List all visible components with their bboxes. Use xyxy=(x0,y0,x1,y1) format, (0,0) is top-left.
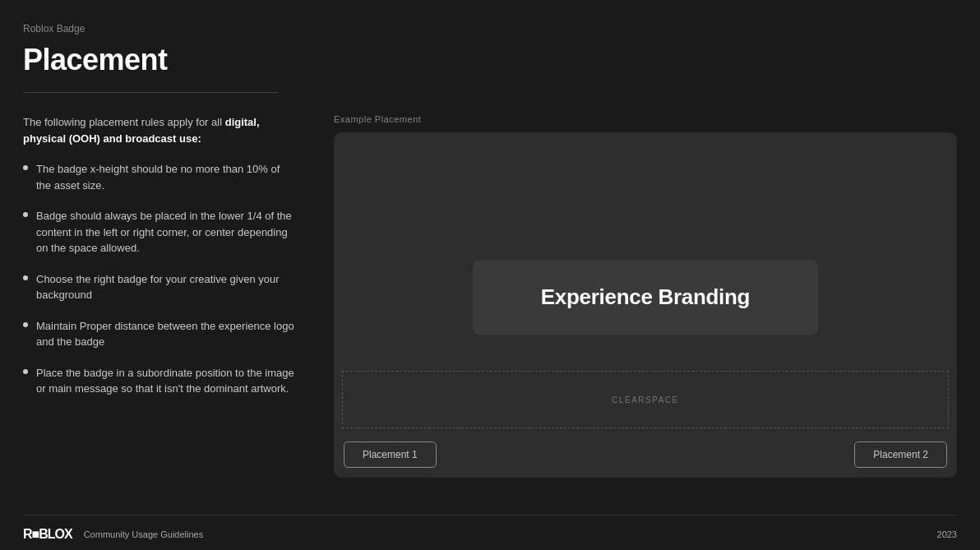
bullet-dot xyxy=(23,369,28,374)
breadcrumb: Roblox Badge xyxy=(23,23,957,35)
footer-year: 2023 xyxy=(937,529,957,539)
list-item: Place the badge in a subordinate positio… xyxy=(23,365,294,397)
bullet-dot xyxy=(23,165,28,170)
main-content: The following placement rules apply for … xyxy=(23,114,957,511)
placement-buttons: Placement 1 Placement 2 xyxy=(334,441,957,468)
list-item: Badge should always be placed in the low… xyxy=(23,208,294,257)
page-container: Roblox Badge Placement The following pla… xyxy=(0,0,980,550)
example-label: Example Placement xyxy=(334,114,957,124)
placement-2-button[interactable]: Placement 2 xyxy=(854,441,947,468)
intro-text: The following placement rules apply for … xyxy=(23,114,294,146)
footer-link: Community Usage Guidelines xyxy=(84,529,204,539)
bullet-dot xyxy=(23,212,28,217)
roblox-logo: R■BLOX xyxy=(23,527,72,542)
clearspace-area: CLEARSPACE xyxy=(342,371,949,428)
right-panel: Example Placement Experience Branding CL… xyxy=(334,114,957,511)
placement-1-button[interactable]: Placement 1 xyxy=(344,441,437,468)
experience-branding-box: Experience Branding xyxy=(473,260,818,335)
left-panel: The following placement rules apply for … xyxy=(23,114,294,511)
list-item: Maintain Proper distance between the exp… xyxy=(23,318,294,350)
clearspace-label: CLEARSPACE xyxy=(612,395,679,404)
list-item: The badge x-height should be no more tha… xyxy=(23,161,294,193)
bullet-dot xyxy=(23,322,28,327)
bullet-list: The badge x-height should be no more tha… xyxy=(23,161,294,397)
header: Roblox Badge Placement xyxy=(23,0,957,114)
experience-branding-text: Experience Branding xyxy=(541,284,750,309)
divider xyxy=(23,92,278,93)
footer-left: R■BLOX Community Usage Guidelines xyxy=(23,527,203,542)
placement-box: Experience Branding CLEARSPACE Placement… xyxy=(334,132,957,478)
bullet-dot xyxy=(23,275,28,280)
list-item: Choose the right badge for your creative… xyxy=(23,271,294,303)
footer: R■BLOX Community Usage Guidelines 2023 xyxy=(23,515,957,550)
page-title: Placement xyxy=(23,43,957,77)
